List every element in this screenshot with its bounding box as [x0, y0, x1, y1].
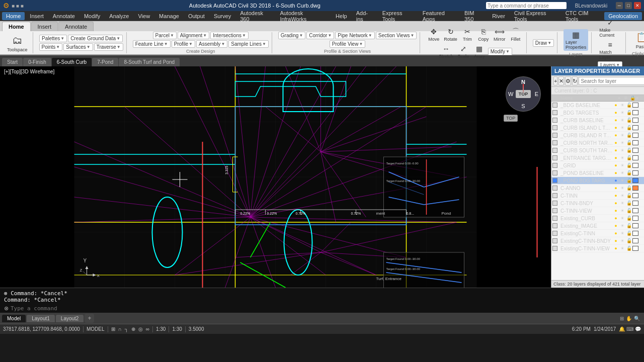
layer-on-icon[interactable]: ● [613, 140, 619, 146]
layer-color-swatch[interactable] [632, 208, 638, 213]
top-button[interactable]: TOP [504, 115, 518, 122]
layer-lock-icon[interactable]: 🔓 [626, 155, 632, 161]
tab-model[interactable]: Model [2, 315, 26, 322]
trim-btn[interactable]: ✂Trim [460, 26, 475, 42]
menu-annotate[interactable]: Annotate [49, 12, 79, 20]
layer-lock-icon[interactable]: 🔓 [626, 170, 632, 176]
menu-view[interactable]: View [134, 12, 154, 20]
layer-delete-btn[interactable]: ✕ [558, 76, 564, 85]
layer-lock-icon[interactable]: 🔓 [626, 193, 632, 199]
stretch-btn[interactable]: ↔Stretch [437, 43, 455, 59]
layer-row[interactable]: _POND BDG TARGETS ● ☀ 🔓 [551, 177, 644, 185]
layer-row[interactable]: C-TINN ● ☀ 🔓 [551, 192, 644, 200]
model-label[interactable]: MODEL [87, 326, 105, 332]
layer-properties-btn[interactable]: ▦ LayerProperties [564, 29, 588, 51]
layer-lock-icon[interactable]: 🔓 [626, 110, 632, 116]
layer-row[interactable]: Existing_IMAGE ● ☀ 🔓 [551, 222, 644, 230]
search-box[interactable] [486, 2, 567, 9]
layer-row[interactable]: ExistingC-TINN ● ☀ 🔓 [551, 230, 644, 237]
layer-row[interactable]: C-ANNO ● ☀ 🔓 [551, 185, 644, 192]
layer-color-swatch[interactable] [632, 216, 638, 221]
layer-on-icon[interactable]: ● [613, 102, 619, 108]
layer-color-swatch[interactable] [632, 118, 638, 123]
layer-freeze-icon[interactable]: ☀ [619, 245, 625, 251]
layer-freeze-icon[interactable]: ☀ [619, 155, 625, 161]
layer-settings-btn[interactable]: ⚙ [565, 76, 571, 85]
grading-dropdown[interactable]: Grading ▼ [278, 32, 306, 39]
layer-on-icon[interactable]: ● [613, 132, 619, 138]
layer-freeze-icon[interactable]: ☀ [619, 223, 625, 229]
layer-freeze-icon[interactable]: ☀ [619, 162, 625, 168]
draw-dropdown[interactable]: Draw ▼ [533, 39, 554, 47]
tab-7-pond[interactable]: 7-Pond [92, 58, 118, 66]
menu-river[interactable]: River [488, 12, 509, 20]
canvas-area[interactable]: [+][Top][3D Wireframe] [0, 66, 551, 288]
layer-refresh-btn[interactable]: ↻ [572, 76, 578, 85]
parcel-dropdown[interactable]: Parcel ▼ [153, 32, 177, 39]
layer-lock-icon[interactable]: 🔓 [626, 200, 632, 206]
tab-8-south-turf[interactable]: 8-South Turf and Pond [119, 58, 180, 66]
layer-on-icon[interactable]: ● [613, 223, 619, 229]
layer-freeze-icon[interactable]: ☀ [619, 125, 625, 131]
profile-view-dropdown[interactable]: Profile View ▼ [330, 40, 366, 48]
menu-help[interactable]: Help [332, 12, 351, 20]
add-layout-btn[interactable]: + [85, 314, 94, 323]
layer-freeze-icon[interactable]: ☀ [619, 208, 625, 214]
array-btn[interactable]: ▦Array [472, 43, 487, 59]
layer-color-swatch[interactable] [632, 140, 638, 145]
feature-line-dropdown[interactable]: Feature Line ▼ [133, 40, 171, 48]
fillet-btn[interactable]: ⌒Fillet [508, 26, 523, 42]
layer-color-swatch[interactable] [632, 223, 638, 228]
menu-modify[interactable]: Modify [80, 12, 104, 20]
tab-insert[interactable]: Insert [31, 22, 58, 31]
scale-btn[interactable]: ⤢Scale [456, 43, 471, 59]
modify-dropdown[interactable]: Modify ▼ [488, 48, 512, 55]
layer-lock-icon[interactable]: 🔓 [626, 208, 632, 214]
layer-row[interactable]: _ENTRANCE TARGETS ● ☀ 🔓 [551, 154, 644, 162]
corridor-dropdown[interactable]: Corridor ▼ [306, 32, 334, 39]
layer-on-icon[interactable]: ● [613, 245, 619, 251]
layer-color-swatch[interactable] [632, 148, 638, 153]
layer-on-icon[interactable]: ● [613, 155, 619, 161]
layer-freeze-icon[interactable]: ☀ [619, 117, 625, 123]
layer-on-icon[interactable]: ● [613, 125, 619, 131]
tab-layout2[interactable]: Layout2 [56, 315, 84, 322]
layer-row[interactable]: ExistingC-TINN-VIEW ● ☀ 🔓 [551, 245, 644, 252]
layer-row[interactable]: _POND BASELINE ● ☀ 🔓 [551, 169, 644, 177]
layer-color-swatch[interactable] [632, 133, 638, 138]
menu-manage[interactable]: Manage [155, 12, 183, 20]
layer-freeze-icon[interactable]: ☀ [619, 140, 625, 146]
layer-color-swatch[interactable] [632, 201, 638, 206]
layer-row[interactable]: _CURB SOUTH TARGETS ● ☀ 🔓 [551, 147, 644, 154]
layer-row[interactable]: _CURB NORTH TARGETS ● ☀ 🔓 [551, 139, 644, 147]
layer-row[interactable]: C-TINN-BNDY ● ☀ 🔓 [551, 200, 644, 207]
close-btn[interactable]: ✕ [634, 2, 641, 9]
points-dropdown[interactable]: Points ▼ [39, 43, 63, 51]
polar-toggle[interactable]: ⊕ [131, 326, 135, 332]
layer-on-icon[interactable]: ● [613, 215, 619, 221]
toolspace-btn[interactable]: 🗂 Toolspace [5, 32, 30, 53]
paste-btn[interactable]: 📋 Paste [632, 29, 644, 50]
layer-lock-icon[interactable]: 🔓 [626, 140, 632, 146]
layer-on-icon[interactable]: ● [613, 147, 619, 153]
tab-6-south-curb[interactable]: 6-South Curb [52, 58, 92, 66]
layer-freeze-icon[interactable]: ☀ [619, 193, 625, 199]
layer-lock-icon[interactable]: 🔓 [626, 245, 632, 251]
viewcube[interactable]: N S E W TOP TOP [506, 76, 541, 112]
layer-lock-icon[interactable]: 🔓 [626, 147, 632, 153]
move-btn[interactable]: ✥Move [426, 26, 441, 42]
layer-on-icon[interactable]: ● [613, 200, 619, 206]
tab-0-finish[interactable]: 0-Finish [23, 58, 51, 66]
layer-on-icon[interactable]: ● [613, 193, 619, 199]
pipe-network-dropdown[interactable]: Pipe Network ▼ [335, 32, 374, 39]
layer-color-swatch[interactable] [632, 125, 638, 130]
layer-row[interactable]: ExistingC-TINN-BNDY ● ☀ 🔓 [551, 237, 644, 245]
rotate-btn[interactable]: ↻Rotate [442, 26, 459, 42]
layer-freeze-icon[interactable]: ☀ [619, 238, 625, 244]
layer-freeze-icon[interactable]: ☀ [619, 170, 625, 176]
grid-toggle[interactable]: ⊞ [111, 326, 115, 332]
layer-freeze-icon[interactable]: ☀ [619, 110, 625, 116]
menu-insert[interactable]: Insert [26, 12, 48, 20]
snap-toggle[interactable]: ∩ [118, 326, 122, 332]
osnap-toggle[interactable]: ◎ [138, 326, 143, 332]
